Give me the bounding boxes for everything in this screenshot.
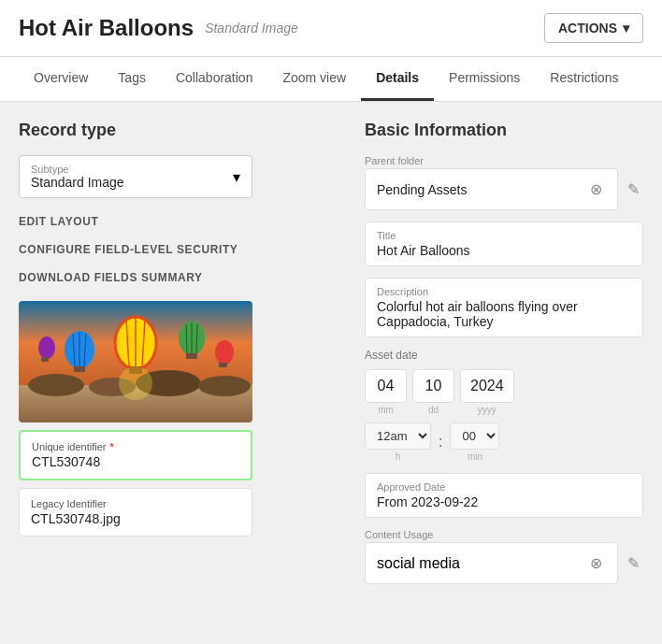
legacy-label: Legacy Identifier <box>31 498 240 509</box>
tab-permissions[interactable]: Permissions <box>434 57 535 101</box>
tab-tags[interactable]: Tags <box>103 57 161 101</box>
identifier-label: Unique identifier * <box>32 441 239 452</box>
subtype-field-label: Subtype <box>31 164 124 175</box>
subtype-dropdown[interactable]: Subtype Standard Image ▾ <box>19 155 252 198</box>
time-min-select[interactable]: 00 15 30 45 <box>450 422 499 450</box>
title-value: Hot Air Balloons <box>377 243 631 258</box>
actions-button[interactable]: ACTIONS ▾ <box>544 13 643 43</box>
content-usage-box: social media ⊗ <box>365 542 618 584</box>
left-panel: Record type Subtype Standard Image ▾ EDI… <box>19 121 337 607</box>
parent-folder-box: Pending Assets ⊗ <box>365 168 618 210</box>
asset-date-group: Asset date 04 mm 10 dd 2024 <box>365 349 643 462</box>
svg-rect-23 <box>219 363 227 367</box>
month-box[interactable]: 04 <box>365 369 407 403</box>
svg-rect-25 <box>41 357 49 362</box>
tab-collaboration[interactable]: Collaboration <box>161 57 268 101</box>
approved-date-box: Approved Date From 2023-09-22 <box>365 473 643 518</box>
month-value: 04 <box>375 378 396 394</box>
day-value: 10 <box>423 378 444 394</box>
tab-restrictions[interactable]: Restrictions <box>535 57 633 101</box>
time-min-label: min <box>468 451 482 462</box>
svg-point-22 <box>215 340 234 365</box>
page-title: Hot Air Balloons <box>19 15 194 41</box>
svg-point-5 <box>198 376 251 396</box>
unique-identifier-field: Unique identifier * CTL530748 <box>19 430 252 480</box>
title-field-box: Title Hot Air Balloons <box>365 222 643 266</box>
title-group: Title Hot Air Balloons <box>365 222 643 266</box>
basic-info-heading: Basic Information <box>365 121 643 140</box>
description-field-box: Description Colorful hot air balloons fl… <box>365 278 643 337</box>
parent-folder-label: Parent folder <box>365 155 643 166</box>
time-row: 12am 12pm h : 00 15 30 45 min <box>365 422 643 462</box>
legacy-identifier-field: Legacy Identifier CTL530748.jpg <box>19 488 252 537</box>
day-box[interactable]: 10 <box>412 369 454 403</box>
date-row: 04 mm 10 dd 2024 yyyy <box>365 369 643 415</box>
content-usage-value: social media <box>377 555 460 572</box>
thumbnail-svg <box>19 301 252 422</box>
parent-folder-row: Pending Assets ⊗ ✎ <box>365 168 643 210</box>
content-usage-label: Content Usage <box>365 529 643 540</box>
title-label: Title <box>377 230 631 241</box>
svg-point-2 <box>28 374 84 396</box>
month-label: mm <box>365 405 407 415</box>
parent-folder-value: Pending Assets <box>377 182 468 197</box>
chevron-down-icon: ▾ <box>623 21 629 36</box>
approved-date-label: Approved Date <box>377 481 631 493</box>
year-value: 2024 <box>470 378 504 394</box>
required-indicator: * <box>110 441 114 452</box>
tab-details[interactable]: Details <box>361 57 434 101</box>
content-area: Record type Subtype Standard Image ▾ EDI… <box>0 102 662 625</box>
subtype-value: Standard Image <box>31 175 124 190</box>
approved-date-value: From 2023-09-22 <box>377 494 631 509</box>
description-label: Description <box>377 286 631 297</box>
content-usage-edit-button[interactable]: ✎ <box>624 551 643 576</box>
tab-overview[interactable]: Overview <box>19 57 103 101</box>
svg-rect-16 <box>74 366 85 372</box>
time-ampm-select[interactable]: 12am 12pm <box>365 422 431 450</box>
content-usage-group: Content Usage social media ⊗ ✎ <box>365 529 643 584</box>
tab-zoom-view[interactable]: Zoom view <box>267 57 361 101</box>
content-usage-row: social media ⊗ ✎ <box>365 542 643 584</box>
year-label: yyyy <box>460 405 514 415</box>
legacy-value: CTL530748.jpg <box>31 511 240 526</box>
parent-folder-group: Parent folder Pending Assets ⊗ ✎ <box>365 155 643 210</box>
right-panel: Basic Information Parent folder Pending … <box>337 121 643 607</box>
tabs-bar: Overview Tags Collaboration Zoom view De… <box>0 57 662 102</box>
header: Hot Air Balloons Standard Image ACTIONS … <box>0 0 662 57</box>
description-group: Description Colorful hot air balloons fl… <box>365 278 643 337</box>
folder-clear-button[interactable]: ⊗ <box>586 177 606 202</box>
time-h-label: h <box>396 451 401 462</box>
record-type-label: Standard Image <box>205 21 298 36</box>
configure-security-button[interactable]: CONFIGURE FIELD-LEVEL SECURITY <box>19 241 337 258</box>
svg-point-24 <box>38 336 55 359</box>
asset-thumbnail <box>19 301 252 422</box>
record-type-heading: Record type <box>19 121 337 140</box>
svg-point-26 <box>119 366 152 400</box>
asset-date-label: Asset date <box>365 349 643 362</box>
svg-rect-21 <box>186 353 197 359</box>
download-summary-button[interactable]: DOWNLOAD FIELDS SUMMARY <box>19 269 337 286</box>
time-colon: : <box>439 434 442 451</box>
edit-layout-button[interactable]: EDIT LAYOUT <box>19 213 337 230</box>
description-value: Colorful hot air balloons flying over Ca… <box>377 299 631 329</box>
identifier-value: CTL530748 <box>32 454 239 469</box>
content-usage-clear-button[interactable]: ⊗ <box>586 551 606 576</box>
folder-edit-button[interactable]: ✎ <box>624 177 643 202</box>
chevron-down-icon: ▾ <box>233 168 240 186</box>
year-box[interactable]: 2024 <box>460 369 514 403</box>
day-label: dd <box>412 405 454 415</box>
time-min-group: 00 15 30 45 min <box>450 422 499 462</box>
time-ampm-group: 12am 12pm h <box>365 422 431 462</box>
approved-date-group: Approved Date From 2023-09-22 <box>365 473 643 518</box>
